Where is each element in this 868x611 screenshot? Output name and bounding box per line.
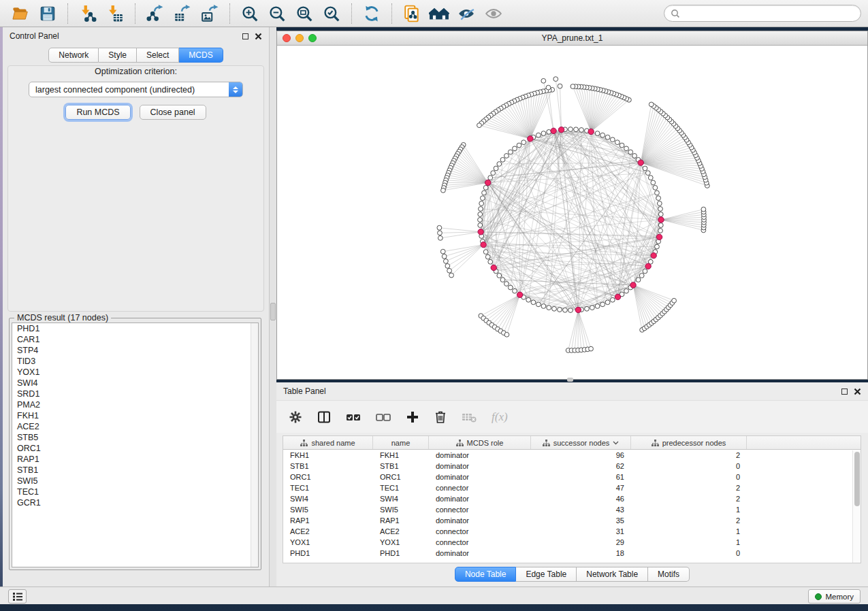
- graph-node[interactable]: [624, 146, 629, 151]
- graph-hub-node[interactable]: [658, 217, 664, 222]
- graph-node[interactable]: [605, 135, 610, 139]
- table-cell[interactable]: SWI5: [283, 504, 373, 515]
- tab-mcds[interactable]: MCDS: [179, 48, 223, 63]
- zoom-in-button[interactable]: [238, 3, 262, 24]
- graph-leaf-node[interactable]: [440, 249, 445, 254]
- table-cell[interactable]: 35: [531, 515, 631, 526]
- graph-node[interactable]: [595, 131, 600, 136]
- graph-leaf-node[interactable]: [443, 259, 448, 264]
- graph-node[interactable]: [508, 150, 513, 154]
- mcds-result-node[interactable]: STB1: [12, 465, 258, 476]
- function-builder-button[interactable]: f(x): [492, 410, 508, 424]
- graph-hub-node[interactable]: [485, 180, 490, 185]
- table-row[interactable]: FKH1FKH1dominator962: [283, 450, 861, 461]
- graph-node[interactable]: [648, 176, 653, 180]
- graph-node[interactable]: [658, 207, 663, 212]
- graph-node[interactable]: [651, 180, 656, 185]
- graph-leaf-node[interactable]: [504, 332, 509, 337]
- table-cell[interactable]: dominator: [429, 450, 531, 461]
- column-header-MCDS-role[interactable]: MCDS role: [429, 436, 531, 449]
- column-header-shared-name[interactable]: shared name: [283, 436, 373, 449]
- table-cell[interactable]: 1: [631, 526, 747, 537]
- mcds-result-node[interactable]: CAR1: [12, 334, 258, 345]
- table-cell[interactable]: dominator: [429, 493, 531, 504]
- table-cell[interactable]: 0: [631, 461, 747, 472]
- graph-node[interactable]: [653, 185, 658, 190]
- table-cell[interactable]: SWI4: [283, 493, 373, 504]
- mcds-result-node[interactable]: STP4: [12, 345, 258, 356]
- graph-hub-node[interactable]: [481, 242, 486, 247]
- graph-hub-node[interactable]: [517, 292, 522, 297]
- minimize-window-icon[interactable]: [295, 34, 304, 42]
- show-columns-button[interactable]: [317, 410, 331, 424]
- table-cell[interactable]: SWI5: [373, 504, 429, 515]
- graph-hub-node[interactable]: [656, 234, 662, 240]
- table-row[interactable]: STB1STB1dominator620: [283, 461, 861, 472]
- column-header-name[interactable]: name: [373, 436, 429, 449]
- graph-node[interactable]: [600, 133, 605, 137]
- graph-leaf-node[interactable]: [441, 188, 446, 193]
- graph-node[interactable]: [482, 191, 487, 195]
- task-history-button[interactable]: [8, 589, 27, 604]
- graph-node[interactable]: [491, 171, 496, 176]
- import-network-button[interactable]: [76, 3, 100, 24]
- mcds-result-node[interactable]: ORC1: [12, 443, 258, 454]
- mcds-result-node[interactable]: FKH1: [12, 410, 258, 421]
- table-cell[interactable]: 96: [531, 450, 631, 461]
- graph-node[interactable]: [517, 143, 521, 148]
- graph-hub-node[interactable]: [478, 229, 483, 235]
- graph-node[interactable]: [643, 269, 647, 274]
- mcds-result-node[interactable]: YOX1: [12, 367, 258, 378]
- table-cell[interactable]: 0: [631, 472, 747, 482]
- graph-node[interactable]: [547, 306, 551, 310]
- hide-selected-button[interactable]: [454, 3, 479, 24]
- graph-node[interactable]: [568, 127, 573, 132]
- graph-hub-node[interactable]: [528, 136, 533, 142]
- table-cell[interactable]: 18: [531, 548, 631, 559]
- table-cell[interactable]: SWI4: [373, 493, 429, 504]
- graph-hub-node[interactable]: [558, 127, 564, 132]
- close-panel-button[interactable]: Close panel: [140, 105, 206, 120]
- zoom-selected-button[interactable]: [319, 3, 344, 24]
- table-cell[interactable]: dominator: [429, 472, 531, 482]
- graph-hub-node[interactable]: [491, 265, 496, 270]
- graph-node[interactable]: [574, 127, 579, 132]
- graph-node[interactable]: [645, 171, 650, 176]
- table-cell[interactable]: RAP1: [373, 515, 429, 526]
- graph-leaf-node[interactable]: [437, 225, 442, 230]
- graph-leaf-node[interactable]: [672, 298, 677, 303]
- graph-node[interactable]: [658, 212, 663, 217]
- graph-leaf-node[interactable]: [546, 85, 551, 90]
- table-cell[interactable]: 46: [531, 493, 631, 504]
- graph-node[interactable]: [504, 154, 509, 159]
- graph-node[interactable]: [488, 176, 493, 180]
- table-row[interactable]: SWI4SWI4dominator462: [283, 493, 861, 504]
- graph-node[interactable]: [558, 308, 562, 312]
- graph-node[interactable]: [488, 259, 493, 264]
- graph-node[interactable]: [478, 212, 483, 217]
- add-column-button[interactable]: [406, 410, 419, 424]
- graph-leaf-node[interactable]: [649, 102, 654, 107]
- table-cell[interactable]: RAP1: [283, 515, 373, 526]
- graph-leaf-node[interactable]: [558, 84, 562, 88]
- graph-hub-node[interactable]: [651, 252, 656, 258]
- graph-node[interactable]: [657, 201, 662, 206]
- graph-node[interactable]: [624, 288, 629, 293]
- table-cell[interactable]: dominator: [429, 515, 531, 526]
- mcds-result-node[interactable]: ACE2: [12, 421, 258, 432]
- table-cell[interactable]: ACE2: [283, 526, 373, 537]
- graph-node[interactable]: [655, 244, 660, 249]
- save-session-button[interactable]: [35, 3, 60, 24]
- table-cell[interactable]: 0: [631, 548, 747, 559]
- graph-node[interactable]: [658, 229, 663, 233]
- graph-node[interactable]: [478, 218, 483, 222]
- graph-node[interactable]: [568, 308, 573, 313]
- table-cell[interactable]: YOX1: [283, 537, 373, 548]
- graph-node[interactable]: [610, 137, 615, 142]
- mcds-result-node[interactable]: PMA2: [12, 399, 258, 410]
- graph-hub-node[interactable]: [615, 294, 620, 299]
- tab-node-table[interactable]: Node Table: [455, 567, 517, 582]
- graph-node[interactable]: [497, 274, 502, 278]
- graph-hub-node[interactable]: [575, 307, 581, 312]
- graph-node[interactable]: [483, 250, 488, 254]
